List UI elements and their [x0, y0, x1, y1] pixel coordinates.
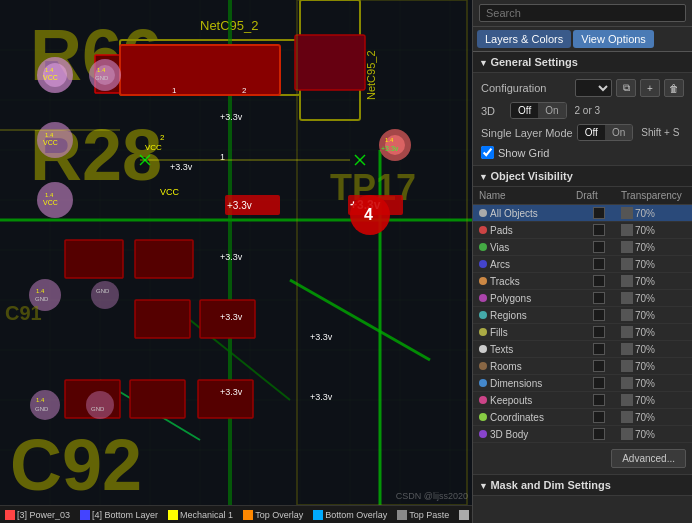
ov-row[interactable]: Regions 70%: [473, 307, 692, 324]
svg-rect-38: [135, 300, 190, 338]
ov-transparency-slider[interactable]: [621, 326, 633, 338]
pcb-canvas[interactable]: R66 R28 C92 TP17 NetC95_2 NetC95_2: [0, 0, 472, 523]
ov-row-color-dot: [479, 413, 487, 421]
configuration-dropdown[interactable]: [575, 79, 612, 97]
layer-item[interactable]: Mechanical 1: [163, 506, 238, 523]
ov-transparency-slider[interactable]: [621, 428, 633, 440]
ov-draft-check[interactable]: [593, 275, 605, 287]
ov-row-label: 3D Body: [490, 429, 528, 440]
3d-off-btn[interactable]: Off: [511, 103, 538, 118]
ov-draft-cell: [576, 360, 621, 372]
ov-transparency-slider[interactable]: [621, 258, 633, 270]
ov-transparency-slider[interactable]: [621, 343, 633, 355]
config-copy-btn[interactable]: ⧉: [616, 79, 636, 97]
ov-row[interactable]: Tracks 70%: [473, 273, 692, 290]
ov-row-color-dot: [479, 243, 487, 251]
single-layer-off-btn[interactable]: Off: [578, 125, 605, 140]
layer-label: [4] Bottom Layer: [92, 510, 158, 520]
tab-view-options[interactable]: View Options: [573, 30, 654, 48]
ov-col-transparency: Transparency: [621, 190, 686, 201]
ov-draft-check[interactable]: [593, 207, 605, 219]
ov-row-label: Arcs: [490, 259, 510, 270]
svg-text:4: 4: [364, 206, 373, 223]
svg-text:VCC: VCC: [43, 139, 58, 146]
ov-row-name: Keepouts: [479, 395, 576, 406]
layer-item[interactable]: Top Overlay: [238, 506, 308, 523]
ov-draft-check[interactable]: [593, 224, 605, 236]
search-input[interactable]: [479, 4, 686, 22]
ov-row[interactable]: Arcs 70%: [473, 256, 692, 273]
ov-transparency-slider[interactable]: [621, 394, 633, 406]
ov-transparency-slider[interactable]: [621, 411, 633, 423]
ov-draft-check[interactable]: [593, 292, 605, 304]
config-add-btn[interactable]: +: [640, 79, 660, 97]
layer-color: [80, 510, 90, 520]
ov-col-name: Name: [479, 190, 576, 201]
svg-text:+3.3v: +3.3v: [310, 392, 333, 402]
ov-transparency-slider[interactable]: [621, 292, 633, 304]
ov-draft-check[interactable]: [593, 241, 605, 253]
ov-draft-check[interactable]: [593, 394, 605, 406]
svg-text:GND: GND: [91, 406, 105, 412]
svg-text:+3.3v: +3.3v: [220, 312, 243, 322]
mask-settings-header[interactable]: Mask and Dim Settings: [473, 474, 692, 496]
ov-draft-check[interactable]: [593, 411, 605, 423]
layer-label: Top Paste: [409, 510, 449, 520]
ov-row[interactable]: Dimensions 70%: [473, 375, 692, 392]
ov-transparency-value: 70%: [635, 361, 655, 372]
ov-row[interactable]: Texts 70%: [473, 341, 692, 358]
ov-draft-check[interactable]: [593, 428, 605, 440]
ov-draft-check[interactable]: [593, 326, 605, 338]
layer-item[interactable]: Bo...: [454, 506, 472, 523]
ov-row[interactable]: 3D Body 70%: [473, 426, 692, 443]
layer-item[interactable]: Top Paste: [392, 506, 454, 523]
ov-transparency-slider[interactable]: [621, 360, 633, 372]
svg-text:VCC: VCC: [43, 74, 58, 81]
ov-draft-check[interactable]: [593, 343, 605, 355]
ov-row[interactable]: All Objects 70%: [473, 205, 692, 222]
3d-on-btn[interactable]: On: [538, 103, 565, 118]
svg-text:VCC: VCC: [145, 143, 162, 152]
single-layer-on-btn[interactable]: On: [605, 125, 632, 140]
ov-draft-check[interactable]: [593, 258, 605, 270]
tab-layers-colors[interactable]: Layers & Colors: [477, 30, 571, 48]
ov-row[interactable]: Fills 70%: [473, 324, 692, 341]
layer-item[interactable]: Bottom Overlay: [308, 506, 392, 523]
ov-transparency-slider[interactable]: [621, 224, 633, 236]
show-grid-checkbox[interactable]: [481, 146, 494, 159]
right-panel: Layers & Colors View Options General Set…: [472, 0, 692, 523]
ov-row[interactable]: Keepouts 70%: [473, 392, 692, 409]
ov-transparency-slider[interactable]: [621, 275, 633, 287]
ov-transparency-cell: 70%: [621, 275, 686, 287]
ov-row-color-dot: [479, 226, 487, 234]
ov-draft-cell: [576, 428, 621, 440]
ov-transparency-slider[interactable]: [621, 207, 633, 219]
ov-row[interactable]: Pads 70%: [473, 222, 692, 239]
ov-transparency-slider[interactable]: [621, 309, 633, 321]
layer-bar[interactable]: [3] Power_03 [4] Bottom Layer Mechanical…: [0, 505, 472, 523]
ov-row-name: Arcs: [479, 259, 576, 270]
layer-item[interactable]: [3] Power_03: [0, 506, 75, 523]
ov-row[interactable]: Polygons 70%: [473, 290, 692, 307]
ov-transparency-cell: 70%: [621, 411, 686, 423]
ov-transparency-slider[interactable]: [621, 377, 633, 389]
ov-row[interactable]: Vias 70%: [473, 239, 692, 256]
ov-draft-cell: [576, 207, 621, 219]
ov-draft-check[interactable]: [593, 309, 605, 321]
object-visibility-header[interactable]: Object Visibility: [473, 166, 692, 187]
ov-draft-check[interactable]: [593, 360, 605, 372]
ov-draft-check[interactable]: [593, 377, 605, 389]
svg-point-66: [30, 390, 60, 420]
ov-transparency-slider[interactable]: [621, 241, 633, 253]
svg-text:VCC: VCC: [160, 187, 180, 197]
advanced-button[interactable]: Advanced...: [611, 449, 686, 468]
ov-rows-container: All Objects 70% Pads 70%: [473, 205, 692, 443]
general-settings-header[interactable]: General Settings: [473, 52, 692, 73]
ov-row[interactable]: Coordinates 70%: [473, 409, 692, 426]
config-delete-btn[interactable]: 🗑: [664, 79, 684, 97]
layer-item[interactable]: [4] Bottom Layer: [75, 506, 163, 523]
ov-row[interactable]: Rooms 70%: [473, 358, 692, 375]
layer-color: [243, 510, 253, 520]
ov-transparency-cell: 70%: [621, 258, 686, 270]
ov-draft-cell: [576, 241, 621, 253]
